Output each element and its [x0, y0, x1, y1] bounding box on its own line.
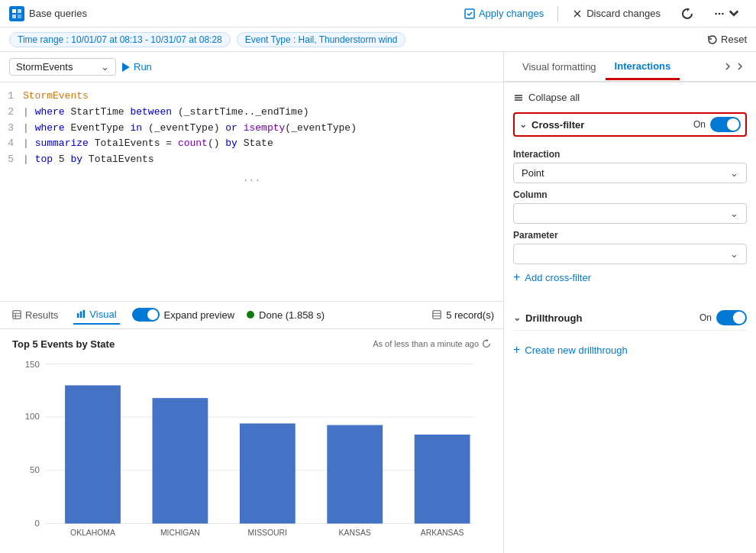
code-editor[interactable]: 1 StormEvents 2 | where StartTime betwee…	[0, 82, 503, 302]
code-ellipsis: ...	[0, 168, 503, 190]
bar-kansas[interactable]	[327, 425, 383, 523]
svg-point-8	[719, 12, 721, 15]
chevron-down-icon	[729, 8, 739, 19]
svg-rect-1	[18, 9, 21, 13]
expand-preview-toggle[interactable]: Expand preview	[132, 308, 235, 322]
refresh-small-icon	[482, 339, 491, 348]
refresh-icon	[682, 8, 693, 19]
drillthrough-body: + Create new drillthrough	[513, 331, 747, 369]
logo-area: Base queries	[9, 6, 87, 21]
apply-changes-button[interactable]: Apply changes	[457, 5, 551, 22]
time-range-filter[interactable]: Time range : 10/01/07 at 08:13 - 10/31/0…	[9, 32, 231, 47]
add-icon: +	[513, 270, 520, 284]
chevron-right2-icon	[735, 60, 747, 73]
results-tab[interactable]: Results	[9, 306, 61, 324]
results-icon	[12, 310, 21, 319]
svg-rect-0	[12, 9, 16, 13]
code-line-3: 3 | where EventType in (_eventType) or i…	[0, 121, 503, 137]
cross-filter-toggle[interactable]	[710, 117, 741, 132]
top-bar: Base queries Apply changes Discard chang…	[0, 0, 756, 27]
svg-point-7	[715, 12, 717, 15]
svg-rect-14	[77, 313, 79, 318]
svg-text:OKLAHOMA: OKLAHOMA	[70, 529, 115, 537]
event-type-filter[interactable]: Event Type : Hail, Thunderstorm wind	[237, 32, 406, 47]
done-status: Done (1.858 s)	[247, 309, 325, 321]
more-options-button[interactable]	[706, 5, 747, 22]
svg-text:MISSOURI: MISSOURI	[248, 529, 287, 537]
collapse-icon	[513, 92, 524, 103]
discard-changes-button[interactable]: Discard changes	[564, 5, 668, 22]
table-select[interactable]: StormEvents ⌄	[9, 58, 116, 76]
svg-rect-3	[18, 15, 21, 18]
svg-point-9	[722, 12, 724, 15]
left-panel: StormEvents ⌄ Run 1 StormEvents 2 | wher…	[0, 52, 504, 553]
filter-bar: Time range : 10/01/07 at 08:13 - 10/31/0…	[0, 27, 756, 52]
interaction-label: Interaction	[513, 149, 747, 160]
svg-text:100: 100	[25, 412, 40, 421]
query-toolbar: StormEvents ⌄ Run	[0, 52, 503, 82]
tab-visual-formatting[interactable]: Visual formatting	[513, 55, 606, 79]
results-bar: Results Visual Expand preview Done (1.85…	[0, 302, 503, 329]
svg-rect-2	[12, 15, 16, 18]
drillthrough-toggle-label: On	[699, 312, 712, 323]
run-play-icon	[122, 63, 130, 72]
bar-chart: 150 100 50 0 OKLAHOMA MICHIGAN	[12, 356, 491, 554]
drillthrough-title: Drillthrough	[525, 312, 582, 324]
reset-button[interactable]: Reset	[707, 34, 747, 45]
panel-more-button[interactable]	[722, 60, 747, 73]
select-arrow-icon: ⌄	[101, 61, 109, 73]
chart-area: Top 5 Events by State As of less than a …	[0, 329, 503, 554]
parameter-arrow-icon: ⌄	[730, 248, 738, 260]
column-select[interactable]: ⌄	[513, 203, 747, 224]
code-line-1: 1 StormEvents	[0, 89, 503, 105]
refresh-button[interactable]	[674, 5, 700, 22]
svg-text:150: 150	[25, 359, 40, 368]
bar-arkansas[interactable]	[415, 434, 470, 522]
svg-rect-15	[80, 312, 82, 319]
collapse-all-button[interactable]: Collapse all	[513, 89, 580, 106]
add-cross-filter-button[interactable]: + Add cross-filter	[513, 264, 591, 290]
parameter-select[interactable]: ⌄	[513, 244, 747, 264]
cross-filter-title: Cross-filter	[531, 119, 584, 131]
svg-text:KANSAS: KANSAS	[339, 529, 371, 537]
app-logo-icon	[9, 6, 24, 21]
svg-rect-16	[83, 310, 86, 318]
app-title: Base queries	[29, 8, 87, 19]
tab-interactions[interactable]: Interactions	[606, 54, 680, 80]
records-icon	[432, 310, 441, 319]
column-label: Column	[513, 189, 747, 200]
svg-rect-17	[433, 311, 441, 319]
drillthrough-header: ⌄ Drillthrough On	[513, 306, 747, 331]
create-plus-icon: +	[513, 343, 520, 357]
main-content: StormEvents ⌄ Run 1 StormEvents 2 | wher…	[0, 52, 756, 553]
chevron-right-icon	[722, 60, 735, 73]
cross-filter-chevron[interactable]: ⌄	[519, 119, 527, 130]
cross-filter-section: ⌄ Cross-filter On Interaction Point ⌄ Co…	[513, 112, 747, 296]
chart-title: Top 5 Events by State	[12, 338, 115, 350]
bar-oklahoma[interactable]	[65, 385, 121, 523]
parameter-label: Parameter	[513, 230, 747, 241]
visual-tab[interactable]: Visual	[73, 306, 119, 325]
create-drillthrough-button[interactable]: + Create new drillthrough	[513, 337, 628, 363]
code-line-2: 2 | where StartTime between (_startTime.…	[0, 105, 503, 121]
bar-missouri[interactable]	[240, 423, 296, 523]
drillthrough-chevron[interactable]: ⌄	[513, 312, 521, 323]
interaction-select[interactable]: Point ⌄	[513, 163, 747, 183]
discard-icon	[572, 8, 583, 19]
code-line-4: 4 | summarize TotalEvents = count() by S…	[0, 136, 503, 152]
apply-changes-icon	[464, 8, 475, 19]
more-options-icon	[714, 8, 725, 19]
reset-icon	[707, 34, 718, 45]
svg-text:50: 50	[30, 464, 40, 474]
drillthrough-section: ⌄ Drillthrough On + Create new drillthro…	[513, 306, 747, 369]
interaction-arrow-icon: ⌄	[730, 167, 738, 179]
column-arrow-icon: ⌄	[730, 208, 738, 219]
drillthrough-toggle[interactable]	[716, 310, 747, 325]
panel-tabs: Visual formatting Interactions	[504, 52, 756, 82]
svg-text:ARKANSAS: ARKANSAS	[421, 529, 464, 537]
bar-michigan[interactable]	[153, 398, 208, 523]
svg-text:MICHIGAN: MICHIGAN	[160, 529, 200, 537]
run-button[interactable]: Run	[122, 61, 152, 73]
visual-icon	[76, 309, 86, 319]
svg-text:0: 0	[34, 518, 39, 527]
